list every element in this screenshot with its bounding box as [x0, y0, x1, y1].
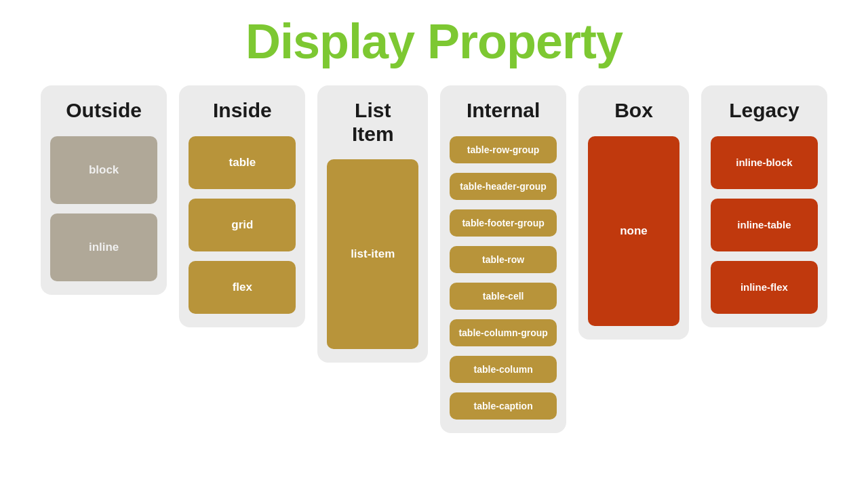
column-header-inside: Inside [213, 99, 272, 123]
column-header-legacy: Legacy [729, 99, 799, 123]
column-internal: Internal table-row-group table-header-gr… [440, 85, 566, 433]
column-header-outside: Outside [66, 99, 142, 123]
item-table-column-group: table-column-group [450, 319, 557, 346]
column-outside: Outside block inline [41, 85, 167, 295]
columns-container: Outside block inline Inside table grid f… [41, 85, 827, 433]
item-table-row: table-row [450, 246, 557, 273]
item-table-caption: table-caption [450, 392, 557, 420]
page-title: Display Property [245, 14, 623, 69]
item-listitem: list-item [327, 159, 418, 349]
item-inline-flex: inline-flex [711, 261, 818, 314]
item-table-column: table-column [450, 356, 557, 383]
item-flex: flex [189, 261, 296, 314]
column-listitem: ListItem list-item [317, 85, 428, 363]
column-inside: Inside table grid flex [179, 85, 305, 327]
item-block: block [50, 136, 157, 204]
item-table-header-group: table-header-group [450, 173, 557, 200]
item-table-row-group: table-row-group [450, 136, 557, 163]
item-inline: inline [50, 214, 157, 281]
item-table: table [189, 136, 296, 189]
item-grid: grid [189, 199, 296, 251]
item-none: none [588, 136, 679, 326]
item-inline-block: inline-block [711, 136, 818, 189]
column-header-box: Box [614, 99, 653, 123]
item-table-cell: table-cell [450, 283, 557, 310]
item-table-footer-group: table-footer-group [450, 209, 557, 237]
item-inline-table: inline-table [711, 199, 818, 251]
column-header-listitem: ListItem [352, 99, 394, 146]
column-box: Box none [578, 85, 689, 340]
column-header-internal: Internal [467, 99, 540, 123]
column-legacy: Legacy inline-block inline-table inline-… [701, 85, 827, 327]
